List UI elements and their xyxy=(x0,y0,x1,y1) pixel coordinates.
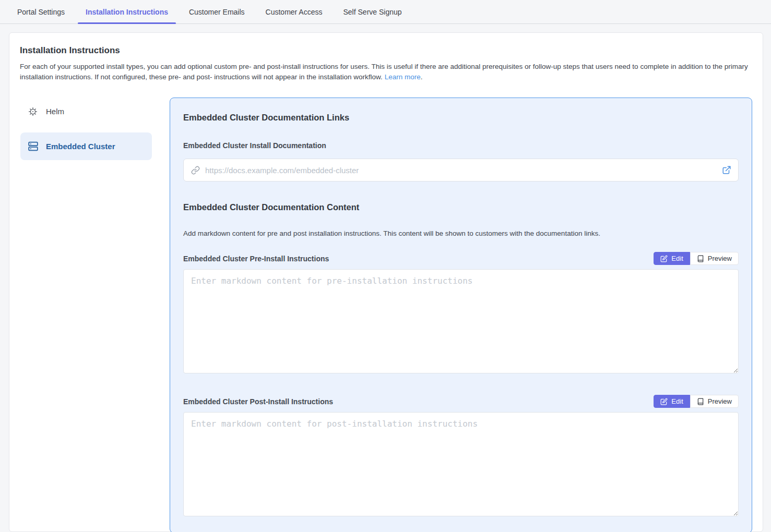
page-description: For each of your supported install types… xyxy=(20,62,751,82)
documentation-content-heading: Embedded Cluster Documentation Content xyxy=(183,202,739,212)
pre-install-label: Embedded Cluster Pre-Install Instruction… xyxy=(183,255,329,263)
pre-install-mode-toggle: Edit Preview xyxy=(654,252,739,265)
learn-more-link[interactable]: Learn more xyxy=(385,73,421,81)
nav-item-helm[interactable]: Helm xyxy=(20,98,152,125)
pre-install-markdown-textarea[interactable] xyxy=(183,269,739,373)
install-documentation-input-wrap xyxy=(183,159,739,182)
tab-self-serve-signup[interactable]: Self Serve Signup xyxy=(336,0,410,23)
post-install-preview-button[interactable]: Preview xyxy=(690,395,739,408)
pre-install-section: Embedded Cluster Pre-Install Instruction… xyxy=(183,252,739,376)
external-link-icon[interactable] xyxy=(722,165,731,175)
learn-more-period: . xyxy=(421,73,423,81)
install-type-nav: Helm Embedded Cluster xyxy=(20,98,152,167)
post-install-edit-button[interactable]: Edit xyxy=(654,395,690,408)
documentation-links-heading: Embedded Cluster Documentation Links xyxy=(183,113,739,123)
tab-installation-instructions[interactable]: Installation Instructions xyxy=(78,0,176,23)
installation-instructions-card: Installation Instructions For each of yo… xyxy=(9,32,763,532)
pre-install-edit-button[interactable]: Edit xyxy=(654,252,690,265)
page-title: Installation Instructions xyxy=(20,45,752,56)
edit-pencil-icon xyxy=(660,398,668,405)
server-stack-icon xyxy=(27,141,39,152)
install-documentation-label: Embedded Cluster Install Documentation xyxy=(183,141,739,150)
edit-pencil-icon xyxy=(660,255,668,262)
page-description-text: For each of your supported install types… xyxy=(20,63,748,81)
post-install-mode-toggle: Edit Preview xyxy=(654,395,739,408)
nav-item-label: Helm xyxy=(46,107,64,116)
nav-item-embedded-cluster[interactable]: Embedded Cluster xyxy=(20,132,152,160)
book-icon xyxy=(697,255,704,262)
pre-install-preview-button[interactable]: Preview xyxy=(690,252,739,265)
book-icon xyxy=(697,398,704,405)
helm-wheel-icon xyxy=(27,106,39,117)
embedded-cluster-panel: Embedded Cluster Documentation Links Emb… xyxy=(170,98,752,532)
nav-item-label: Embedded Cluster xyxy=(46,142,115,151)
documentation-content-description: Add markdown content for pre and post in… xyxy=(183,229,739,237)
post-install-markdown-textarea[interactable] xyxy=(183,412,739,516)
tab-portal-settings[interactable]: Portal Settings xyxy=(9,0,73,23)
link-icon xyxy=(191,166,200,175)
settings-tabbar: Portal Settings Installation Instruction… xyxy=(0,0,771,24)
tab-customer-access[interactable]: Customer Access xyxy=(258,0,330,23)
post-install-label: Embedded Cluster Post-Install Instructio… xyxy=(183,397,333,406)
install-documentation-url-input[interactable] xyxy=(205,166,717,175)
post-install-section: Embedded Cluster Post-Install Instructio… xyxy=(183,395,739,518)
tab-customer-emails[interactable]: Customer Emails xyxy=(181,0,253,23)
